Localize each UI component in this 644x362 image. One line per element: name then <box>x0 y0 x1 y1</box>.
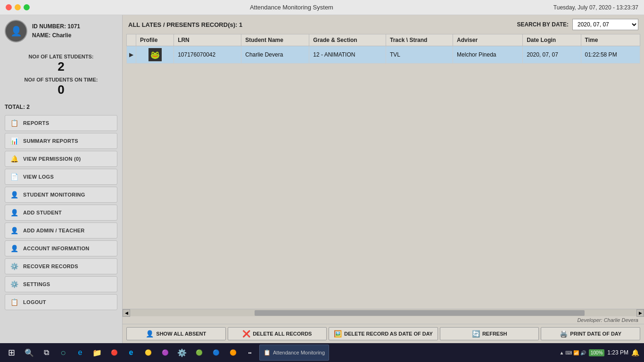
settings-icon: ⚙️ <box>10 280 19 289</box>
print-date-of-day-icon: 🖨️ <box>560 330 568 337</box>
col-profile: Profile <box>136 34 174 46</box>
app-title: Attendance Monitoring System <box>250 4 333 11</box>
col-adviser: Adviser <box>453 34 523 46</box>
sidebar-btn-add-admin-teacher[interactable]: 👤ADD ADMIN / TEACHER <box>5 222 117 239</box>
refresh-label: REFRESH <box>482 331 507 337</box>
scroll-thumb[interactable] <box>255 310 585 316</box>
active-app[interactable]: 📋 Attendance Monitoring <box>259 345 329 361</box>
ie-icon[interactable]: e <box>124 345 139 360</box>
active-app-label: Attendance Monitoring <box>273 350 325 355</box>
taskbar: ⊞ 🔍 ⧉ ○ e 📁 🔴 e 🟡 🟣 ⚙️ 🟢 🔵 🟠 ▪▪ 📋 Attend… <box>0 343 644 362</box>
settings-label: SETTINGS <box>23 281 50 287</box>
col-grade-section: Grade & Section <box>309 34 386 46</box>
maximize-button[interactable] <box>24 4 30 10</box>
name-line: NAME: Charlie <box>32 31 80 40</box>
action-btn-delete-all-records[interactable]: ❌DELETE ALL RECORDS <box>228 327 327 340</box>
battery-display: 100% <box>589 349 605 356</box>
horizontal-scrollbar[interactable]: ◀ ▶ <box>123 309 644 316</box>
delete-record-date-icon: 🖼️ <box>334 330 342 337</box>
app1-icon[interactable]: 🔴 <box>107 345 122 360</box>
logout-icon: 📋 <box>10 297 19 307</box>
chrome-icon[interactable]: 🟢 <box>191 345 206 360</box>
stats-section: NO# OF LATE STUDENTS: 2 NO# OF STUDENTS … <box>5 54 117 97</box>
close-button[interactable] <box>6 4 12 10</box>
reports-icon: 📋 <box>10 118 19 128</box>
content-area: ALL LATES / PRESENTS RECORD(s): 1 SEARCH… <box>123 15 644 343</box>
cortana-icon[interactable]: ○ <box>56 345 71 360</box>
app4-icon[interactable]: 🔵 <box>208 345 223 360</box>
ontime-value: 0 <box>5 82 117 97</box>
window-controls[interactable] <box>6 4 30 10</box>
start-button[interactable]: ⊞ <box>3 344 20 361</box>
edge-icon[interactable]: e <box>73 345 88 360</box>
developer-credit: Developer: Charlie Devera <box>123 316 644 324</box>
recover-records-icon: ⚙️ <box>10 262 19 271</box>
col-student-name: Student Name <box>241 34 309 46</box>
search-date-label: SEARCH BY DATE: <box>517 21 569 28</box>
sidebar-btn-reports[interactable]: 📋REPORTS <box>5 115 117 131</box>
view-permission-icon: 🔔 <box>10 154 19 164</box>
record-count: ALL LATES / PRESENTS RECORD(s): 1 <box>128 21 242 28</box>
add-admin-teacher-label: ADD ADMIN / TEACHER <box>23 228 85 233</box>
scroll-left-arrow[interactable]: ◀ <box>123 309 130 317</box>
id-line: ID NUMBER: 1071 <box>32 22 80 31</box>
notification-icon[interactable]: 🔔 <box>631 349 639 356</box>
sidebar-btn-add-student[interactable]: 👤ADD STUDENT <box>5 205 117 221</box>
cell-grade-section: 12 - ANIMATION <box>309 46 386 64</box>
view-logs-label: VIEW LOGS <box>23 174 54 180</box>
app2-icon[interactable]: 🟡 <box>140 345 156 360</box>
bottom-bar: 👤SHOW ALL ABSENT❌DELETE ALL RECORDS🖼️DEL… <box>123 324 644 343</box>
main-layout: 👤 ID NUMBER: 1071 NAME: Charlie NO# OF L… <box>0 15 644 343</box>
search-by-date-section: SEARCH BY DATE: 2020, 07, 07 <box>517 19 638 30</box>
refresh-icon: 🔄 <box>472 330 480 337</box>
table-row[interactable]: ▶ 🐸 107176070042 Charlie Devera 12 - ANI… <box>127 46 640 64</box>
search-taskbar-icon[interactable]: 🔍 <box>22 345 37 360</box>
col-date-login: Date Login <box>523 34 581 46</box>
delete-all-records-label: DELETE ALL RECORDS <box>253 331 312 337</box>
view-logs-icon: 📄 <box>10 172 19 181</box>
vs-icon[interactable]: 🟣 <box>157 345 173 360</box>
total-line: TOTAL: 2 <box>5 104 117 110</box>
table-header-row: Profile LRN Student Name Grade & Section… <box>127 34 640 46</box>
view-permission-label: VIEW PERMISSION (0) <box>23 156 81 162</box>
date-select[interactable]: 2020, 07, 07 <box>572 19 638 30</box>
datetime-display: Tuesday, July 07, 2020 - 13:23:37 <box>553 4 638 11</box>
task-view-icon[interactable]: ⧉ <box>39 345 54 360</box>
gear-taskbar-icon[interactable]: ⚙️ <box>174 345 190 360</box>
sidebar-btn-recover-records[interactable]: ⚙️RECOVER RECORDS <box>5 258 117 274</box>
sidebar-btn-account-information[interactable]: 👤ACCOUNT INFORMATION <box>5 240 117 256</box>
terminal-icon[interactable]: ▪▪ <box>242 345 257 360</box>
avatar: 👤 <box>5 20 27 42</box>
action-btn-print-date-of-day[interactable]: 🖨️PRINT DATE OF DAY <box>541 327 640 340</box>
sidebar-btn-settings[interactable]: ⚙️SETTINGS <box>5 276 117 292</box>
system-tray: ▲ ⌨ 📶 🔊 100% 1:23 PM 🔔 <box>557 349 641 356</box>
student-monitoring-icon: 👤 <box>10 190 19 199</box>
minimize-button[interactable] <box>15 4 21 10</box>
add-admin-teacher-icon: 👤 <box>10 226 19 235</box>
clock-display[interactable]: 1:23 PM <box>607 349 628 356</box>
action-btn-show-all-absent[interactable]: 👤SHOW ALL ABSENT <box>126 327 226 340</box>
action-btn-delete-record-date[interactable]: 🖼️DELETE RECORD AS DATE OF DAY <box>329 327 438 340</box>
tray-icons: ▲ ⌨ 📶 🔊 <box>559 350 586 355</box>
total-value: 2 <box>26 104 30 110</box>
col-time: Time <box>581 34 640 46</box>
sidebar-btn-logout[interactable]: 📋LOGOUT <box>5 294 117 310</box>
late-value: 2 <box>5 59 117 74</box>
sidebar-btn-student-monitoring[interactable]: 👤STUDENT MONITORING <box>5 187 117 203</box>
app5-icon[interactable]: 🟠 <box>225 345 240 360</box>
sidebar-btn-view-logs[interactable]: 📄VIEW LOGS <box>5 169 117 185</box>
scroll-right-arrow[interactable]: ▶ <box>636 309 644 317</box>
show-all-absent-label: SHOW ALL ABSENT <box>156 331 206 337</box>
sidebar-btn-view-permission[interactable]: 🔔VIEW PERMISSION (0) <box>5 151 117 167</box>
recover-records-label: RECOVER RECORDS <box>23 263 78 269</box>
folder-icon[interactable]: 📁 <box>90 345 105 360</box>
cell-track-strand: TVL <box>386 46 453 64</box>
windows-icon: ⊞ <box>8 347 15 358</box>
user-info: 👤 ID NUMBER: 1071 NAME: Charlie <box>5 20 117 47</box>
late-label: NO# OF LATE STUDENTS: <box>5 54 117 59</box>
sidebar-btn-summary-reports[interactable]: 📊SUMMARY REPORTS <box>5 133 117 149</box>
action-btn-refresh[interactable]: 🔄REFRESH <box>440 327 539 340</box>
reports-label: REPORTS <box>23 120 49 126</box>
delete-record-date-label: DELETE RECORD AS DATE OF DAY <box>344 331 433 337</box>
cell-adviser: Melchor Pineda <box>453 46 523 64</box>
